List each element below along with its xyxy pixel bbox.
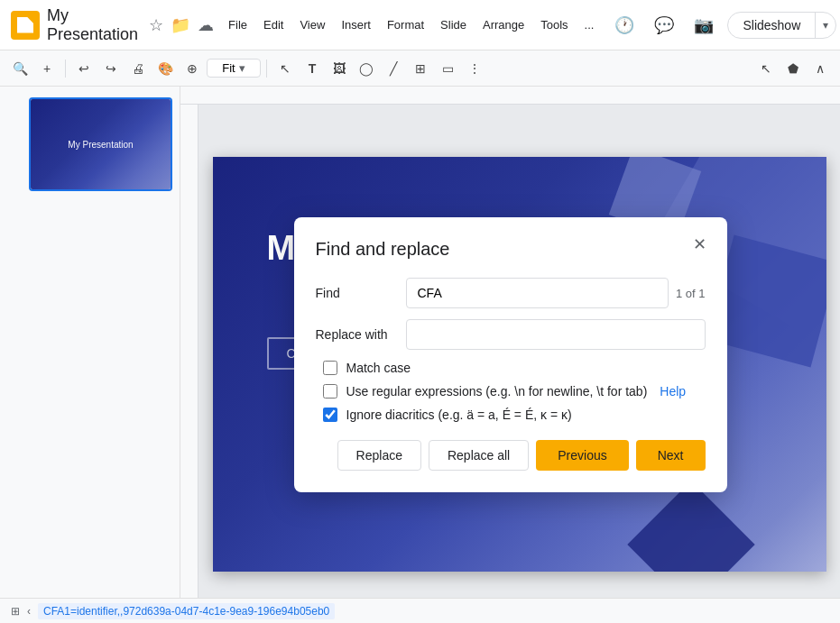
- pointer-button[interactable]: ↖: [753, 56, 779, 81]
- shape-tool[interactable]: ◯: [354, 56, 379, 81]
- help-link[interactable]: Help: [660, 384, 686, 399]
- regex-row: Use regular expressions (e.g. \n for new…: [323, 384, 706, 399]
- replace-row: Replace with: [316, 319, 706, 350]
- more-tools[interactable]: ⋮: [462, 56, 487, 81]
- text-tool[interactable]: T: [300, 56, 325, 81]
- zoom-level: Fit: [222, 61, 235, 75]
- textbox-tool[interactable]: ▭: [435, 56, 460, 81]
- regex-label: Use regular expressions (e.g. \n for new…: [346, 384, 648, 399]
- slide-thumbnail-1[interactable]: My Presentation: [29, 97, 172, 191]
- match-case-label: Match case: [346, 361, 411, 375]
- slideshow-dropdown-icon[interactable]: ▾: [816, 14, 835, 37]
- app-icon: [11, 11, 40, 40]
- slideshow-button[interactable]: Slideshow ▾: [727, 12, 836, 39]
- menu-bar: File Edit View Insert Format Slide Arran…: [221, 14, 601, 35]
- paint-format-button[interactable]: 🎨: [152, 56, 178, 81]
- menu-format[interactable]: Format: [380, 14, 431, 35]
- find-label: Find: [316, 286, 406, 300]
- cursor-tool[interactable]: ↖: [272, 56, 298, 81]
- top-bar: My Presentation ☆ 📁 ☁ File Edit View Ins…: [0, 0, 840, 50]
- canvas-area: My Pr Click to add Find and replace ✕ Fi…: [180, 87, 840, 623]
- collapse-button[interactable]: ∧: [808, 56, 833, 81]
- menu-arrange[interactable]: Arrange: [475, 14, 531, 35]
- dialog-actions: Replace Replace all Previous Next: [316, 440, 706, 471]
- image-tool[interactable]: 🖼: [327, 56, 352, 81]
- animation-button[interactable]: ⬟: [780, 56, 806, 81]
- toolbar: 🔍 + ↩ ↪ 🖨 🎨 ⊕ Fit ▾ ↖ T 🖼 ◯ ╱ ⊞ ▭ ⋮ ↖ ⬟ …: [0, 50, 840, 87]
- slides-sidebar: 1 My Presentation: [0, 87, 180, 623]
- dialog-title: Find and replace: [316, 239, 706, 260]
- doc-title: My Presentation: [47, 6, 138, 44]
- menu-insert[interactable]: Insert: [334, 14, 378, 35]
- menu-tools[interactable]: Tools: [533, 14, 575, 35]
- menu-slide[interactable]: Slide: [433, 14, 474, 35]
- comment-button[interactable]: 💬: [648, 9, 680, 41]
- menu-more[interactable]: ...: [577, 14, 602, 35]
- diacritics-checkbox[interactable]: [323, 408, 337, 422]
- next-button[interactable]: Next: [636, 440, 706, 471]
- expand-tool[interactable]: ⊞: [408, 56, 433, 81]
- sidebar-toggle-icon[interactable]: ‹: [27, 605, 31, 618]
- print-button[interactable]: 🖨: [125, 56, 151, 81]
- match-case-checkbox[interactable]: [323, 361, 337, 375]
- replace-all-button[interactable]: Replace all: [429, 440, 529, 471]
- match-count: 1 of 1: [676, 287, 706, 300]
- main-area: 1 My Presentation My Pr Click to add Fin…: [0, 87, 840, 623]
- toolbar-divider-1: [65, 60, 66, 78]
- match-case-row: Match case: [323, 361, 706, 375]
- folder-icon[interactable]: 📁: [171, 15, 190, 35]
- zoom-in-button[interactable]: ⊕: [180, 56, 205, 81]
- replace-input[interactable]: [406, 319, 706, 350]
- slide-1-wrapper: 1 My Presentation: [7, 97, 172, 191]
- line-tool[interactable]: ╱: [381, 56, 406, 81]
- zoom-dropdown-icon: ▾: [239, 61, 245, 75]
- find-replace-dialog: Find and replace ✕ Find 1 of 1 Replace w…: [294, 217, 727, 492]
- menu-view[interactable]: View: [292, 14, 332, 35]
- history-button[interactable]: 🕐: [608, 9, 641, 41]
- diacritics-row: Ignore diacritics (e.g. ä = a, É = É, κ …: [323, 408, 706, 422]
- dialog-overlay: Find and replace ✕ Find 1 of 1 Replace w…: [180, 87, 840, 623]
- top-right-controls: 🕐 💬 📷 Slideshow ▾ 👤: [608, 9, 840, 41]
- zoom-selector[interactable]: Fit ▾: [207, 59, 261, 78]
- menu-edit[interactable]: Edit: [256, 14, 291, 35]
- title-icons: ☆ 📁 ☁: [149, 15, 214, 35]
- toolbar-divider-2: [266, 60, 267, 78]
- find-input[interactable]: [406, 278, 669, 308]
- star-icon[interactable]: ☆: [149, 15, 163, 35]
- undo-button[interactable]: ↩: [71, 56, 97, 81]
- grid-icon[interactable]: ⊞: [11, 605, 20, 618]
- slideshow-label[interactable]: Slideshow: [728, 13, 816, 38]
- previous-button[interactable]: Previous: [536, 440, 628, 471]
- regex-checkbox[interactable]: [323, 384, 337, 399]
- slide-thumb-inner-1: My Presentation: [31, 99, 171, 189]
- meet-button[interactable]: 📷: [688, 9, 720, 41]
- redo-button[interactable]: ↪: [98, 56, 124, 81]
- add-button[interactable]: +: [34, 56, 60, 81]
- replace-label: Replace with: [316, 327, 406, 342]
- zoom-out-button[interactable]: 🔍: [7, 56, 32, 81]
- diacritics-label: Ignore diacritics (e.g. ä = a, É = É, κ …: [346, 408, 572, 422]
- thumb-title-1: My Presentation: [68, 140, 133, 150]
- dialog-close-button[interactable]: ✕: [688, 232, 713, 257]
- menu-file[interactable]: File: [221, 14, 254, 35]
- replace-button[interactable]: Replace: [337, 440, 421, 471]
- cloud-icon[interactable]: ☁: [198, 15, 214, 35]
- find-row: Find 1 of 1: [316, 278, 706, 308]
